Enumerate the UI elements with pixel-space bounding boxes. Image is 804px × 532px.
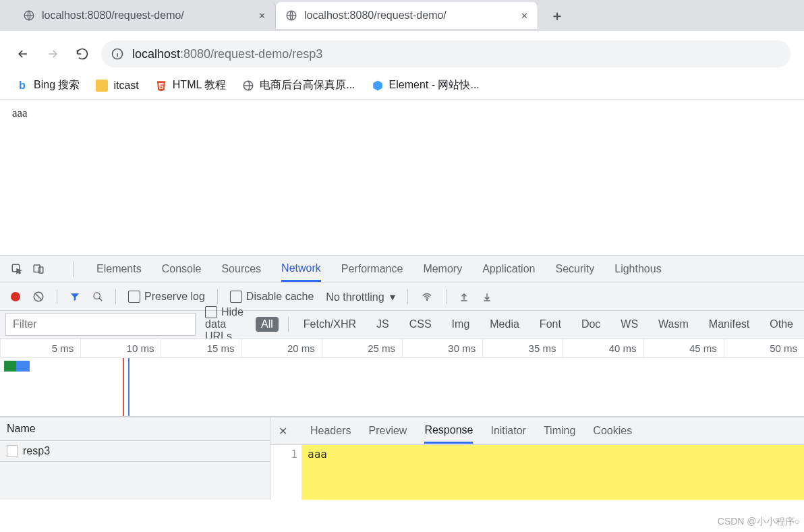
- page-body-text: aaa: [12, 107, 28, 119]
- browser-tab-title: localhost:8080/request-demo/: [304, 9, 514, 22]
- filter-input[interactable]: [5, 313, 196, 336]
- request-list-header[interactable]: Name: [0, 417, 270, 441]
- tab-network[interactable]: Network: [281, 257, 321, 282]
- clear-button[interactable]: [32, 291, 45, 303]
- upload-har-icon[interactable]: [459, 291, 469, 302]
- site-info-icon[interactable]: [111, 47, 124, 61]
- url-bar[interactable]: localhost:8080/request-demo/resp3: [101, 40, 791, 67]
- time-scale: 5 ms 10 ms 15 ms 20 ms 25 ms 30 ms 35 ms…: [0, 338, 804, 358]
- line-gutter: 1: [270, 445, 302, 500]
- record-button[interactable]: [11, 292, 20, 301]
- chip-manifest[interactable]: Manifest: [704, 317, 755, 332]
- detail-tab-response[interactable]: Response: [424, 419, 473, 444]
- time-tick: 5 ms: [0, 338, 80, 357]
- url-text: localhost:8080/request-demo/resp3: [132, 47, 322, 61]
- network-waterfall[interactable]: 5 ms 10 ms 15 ms 20 ms 25 ms 30 ms 35 ms…: [0, 338, 804, 417]
- tab-security[interactable]: Security: [555, 258, 594, 280]
- time-tick: 20 ms: [241, 338, 322, 357]
- waterfall-canvas: [0, 358, 804, 416]
- throttling-select[interactable]: No throttling ▾: [326, 291, 395, 303]
- response-body: 1 aaa: [270, 445, 804, 500]
- time-tick: 25 ms: [322, 338, 402, 357]
- devtools-panel: Elements Console Sources Network Perform…: [0, 255, 804, 500]
- device-toggle-icon[interactable]: [32, 263, 45, 275]
- forward-button[interactable]: [46, 47, 59, 61]
- time-tick: 30 ms: [402, 338, 482, 357]
- chip-ws[interactable]: WS: [615, 317, 643, 332]
- tab-memory[interactable]: Memory: [423, 258, 462, 280]
- back-button[interactable]: [16, 47, 30, 61]
- bookmark-bing[interactable]: b Bing 搜索: [16, 78, 80, 92]
- devtools-tabs: Elements Console Sources Network Perform…: [0, 256, 804, 283]
- globe-icon: [23, 9, 35, 22]
- bing-icon: b: [16, 80, 28, 92]
- html5-icon: [155, 80, 167, 92]
- tab-application[interactable]: Application: [482, 258, 535, 280]
- detail-tab-preview[interactable]: Preview: [368, 419, 407, 442]
- tab-console[interactable]: Console: [162, 258, 202, 280]
- chip-doc[interactable]: Doc: [576, 317, 606, 332]
- network-details: Name resp3 ✕ Headers Preview Response In…: [0, 417, 804, 500]
- chip-other[interactable]: Othe: [764, 317, 799, 332]
- chip-img[interactable]: Img: [447, 317, 476, 332]
- chip-js[interactable]: JS: [371, 317, 395, 332]
- detail-tab-initiator[interactable]: Initiator: [490, 419, 525, 442]
- tab-close-icon[interactable]: ✕: [258, 11, 266, 21]
- chip-media[interactable]: Media: [484, 317, 525, 332]
- bookmark-ecadmin[interactable]: 电商后台高保真原...: [242, 78, 355, 92]
- tab-performance[interactable]: Performance: [341, 258, 403, 280]
- tab-elements[interactable]: Elements: [96, 258, 142, 280]
- browser-tab-1[interactable]: localhost:8080/request-demo/ ✕: [276, 2, 538, 29]
- close-detail-icon[interactable]: ✕: [279, 425, 287, 438]
- tab-sources[interactable]: Sources: [221, 258, 261, 280]
- browser-tab-strip: localhost:8080/request-demo/ ✕ localhost…: [0, 0, 804, 31]
- response-text[interactable]: aaa: [302, 445, 804, 500]
- request-name: resp3: [23, 445, 50, 457]
- bookmarks-bar: b Bing 搜索 itcast HTML 教程 电商后台高保真原... Ele…: [0, 73, 804, 99]
- preserve-log-checkbox[interactable]: Preserve log: [128, 291, 205, 303]
- globe-icon: [285, 9, 297, 22]
- chip-css[interactable]: CSS: [404, 317, 437, 332]
- network-toolbar: Preserve log Disable cache No throttling…: [0, 283, 804, 311]
- detail-tabs: ✕ Headers Preview Response Initiator Tim…: [270, 417, 804, 445]
- chip-wasm[interactable]: Wasm: [653, 317, 694, 332]
- detail-tab-cookies[interactable]: Cookies: [593, 419, 632, 442]
- time-tick: 15 ms: [161, 338, 241, 357]
- request-list: Name resp3: [0, 417, 270, 500]
- waterfall-bar: [4, 361, 16, 372]
- bookmark-element[interactable]: Element - 网站快...: [372, 78, 480, 92]
- bookmark-label: HTML 教程: [173, 78, 226, 92]
- bookmark-html[interactable]: HTML 教程: [155, 78, 226, 92]
- time-tick: 40 ms: [563, 338, 643, 357]
- reload-button[interactable]: [76, 47, 89, 61]
- time-tick: 45 ms: [643, 338, 724, 357]
- network-conditions-icon[interactable]: [420, 291, 434, 302]
- browser-tab-0[interactable]: localhost:8080/request-demo/ ✕: [13, 2, 276, 29]
- download-har-icon[interactable]: [482, 291, 492, 302]
- bookmark-label: Element - 网站快...: [389, 78, 480, 92]
- chip-font[interactable]: Font: [534, 317, 567, 332]
- svg-point-8: [94, 293, 100, 299]
- search-icon[interactable]: [92, 291, 103, 302]
- bookmark-label: Bing 搜索: [34, 78, 80, 92]
- bookmark-itcast[interactable]: itcast: [96, 80, 138, 92]
- disable-cache-checkbox[interactable]: Disable cache: [230, 291, 314, 303]
- network-filter-row: Hide data URLs All Fetch/XHR JS CSS Img …: [0, 311, 804, 338]
- url-bar-row: localhost:8080/request-demo/resp3: [0, 31, 804, 73]
- globe-icon: [242, 80, 254, 92]
- waterfall-bar: [16, 361, 30, 372]
- hide-data-urls-checkbox[interactable]: Hide data URLs: [205, 306, 246, 343]
- tab-close-icon[interactable]: ✕: [521, 11, 528, 21]
- detail-tab-timing[interactable]: Timing: [544, 419, 575, 442]
- browser-tab-title: localhost:8080/request-demo/: [42, 9, 252, 22]
- inspect-icon[interactable]: [11, 263, 23, 275]
- tab-lighthouse[interactable]: Lighthous: [614, 258, 661, 280]
- filter-icon[interactable]: [69, 291, 80, 302]
- detail-tab-headers[interactable]: Headers: [310, 419, 351, 442]
- file-icon: [7, 445, 18, 457]
- chip-fetch-xhr[interactable]: Fetch/XHR: [298, 317, 362, 332]
- request-row[interactable]: resp3: [0, 441, 270, 462]
- chip-all[interactable]: All: [256, 317, 279, 332]
- bookmark-label: itcast: [113, 80, 138, 92]
- new-tab-button[interactable]: ＋: [545, 3, 569, 28]
